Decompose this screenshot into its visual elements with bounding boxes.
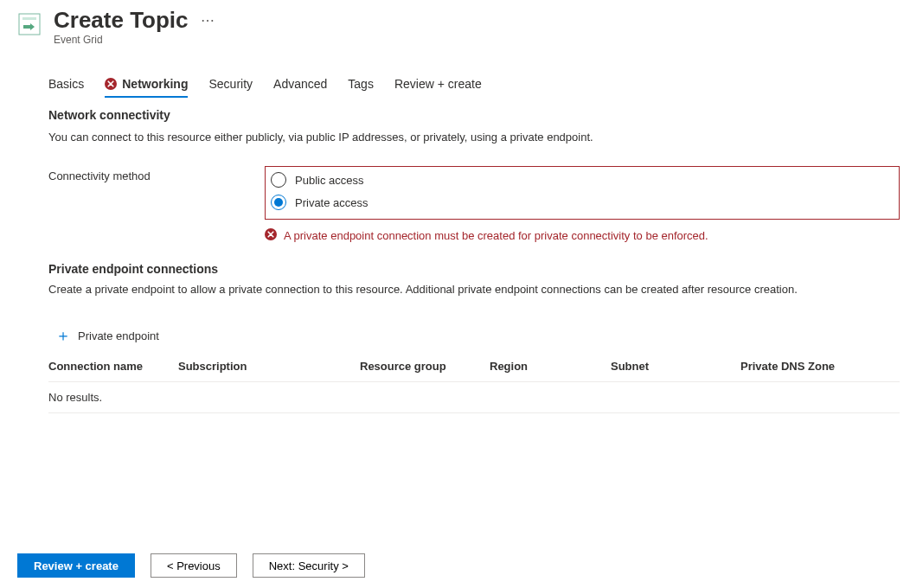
radio-selected-icon — [271, 195, 286, 210]
col-subscription[interactable]: Subscription — [178, 353, 360, 382]
tab-networking-label: Networking — [122, 77, 188, 91]
page-title: Create Topic — [54, 7, 189, 34]
col-private-dns-zone[interactable]: Private DNS Zone — [740, 353, 900, 382]
radio-public-access[interactable]: Public access — [271, 169, 894, 191]
private-endpoint-heading: Private endpoint connections — [48, 262, 900, 276]
tab-tags[interactable]: Tags — [348, 72, 374, 96]
network-connectivity-description: You can connect to this resource either … — [48, 131, 900, 144]
error-icon — [265, 228, 277, 243]
plus-icon: ＋ — [55, 325, 71, 346]
page-subtitle: Event Grid — [54, 34, 215, 46]
radio-private-access-label: Private access — [295, 196, 368, 209]
event-grid-topic-icon — [17, 12, 42, 36]
tab-networking[interactable]: Networking — [105, 72, 188, 98]
previous-button[interactable]: < Previous — [151, 553, 237, 578]
empty-results-text: No results. — [48, 382, 900, 413]
connectivity-method-radiogroup: Public access Private access — [265, 166, 900, 220]
private-endpoint-description: Create a private endpoint to allow a pri… — [48, 283, 900, 296]
more-options-button[interactable]: ⋯ — [201, 12, 215, 29]
network-connectivity-heading: Network connectivity — [48, 108, 900, 122]
col-connection-name[interactable]: Connection name — [48, 353, 178, 382]
next-button[interactable]: Next: Security > — [253, 553, 365, 578]
error-badge-icon — [105, 78, 117, 90]
radio-private-access[interactable]: Private access — [271, 191, 894, 214]
connectivity-error-message: A private endpoint connection must be cr… — [265, 228, 900, 243]
col-subnet[interactable]: Subnet — [611, 353, 740, 382]
svg-rect-0 — [19, 14, 40, 35]
add-private-endpoint-button[interactable]: ＋ Private endpoint — [48, 322, 900, 353]
tab-advanced[interactable]: Advanced — [273, 72, 327, 96]
tab-security[interactable]: Security — [208, 72, 253, 96]
tab-basics[interactable]: Basics — [48, 72, 84, 96]
svg-rect-1 — [22, 17, 36, 20]
add-private-endpoint-label: Private endpoint — [78, 329, 159, 342]
private-endpoints-table: Connection name Subscription Resource gr… — [48, 353, 900, 413]
connectivity-error-text: A private endpoint connection must be cr… — [284, 229, 708, 242]
wizard-footer: Review + create < Previous Next: Securit… — [17, 543, 365, 578]
radio-public-access-label: Public access — [295, 174, 363, 187]
table-row-empty: No results. — [48, 382, 900, 413]
review-create-button[interactable]: Review + create — [17, 553, 135, 578]
radio-unselected-icon — [271, 172, 286, 188]
tab-review-create[interactable]: Review + create — [394, 72, 482, 96]
col-resource-group[interactable]: Resource group — [360, 353, 490, 382]
col-region[interactable]: Region — [490, 353, 611, 382]
wizard-tabs: Basics Networking Security Advanced Tags… — [48, 72, 900, 96]
connectivity-method-label: Connectivity method — [48, 166, 265, 182]
